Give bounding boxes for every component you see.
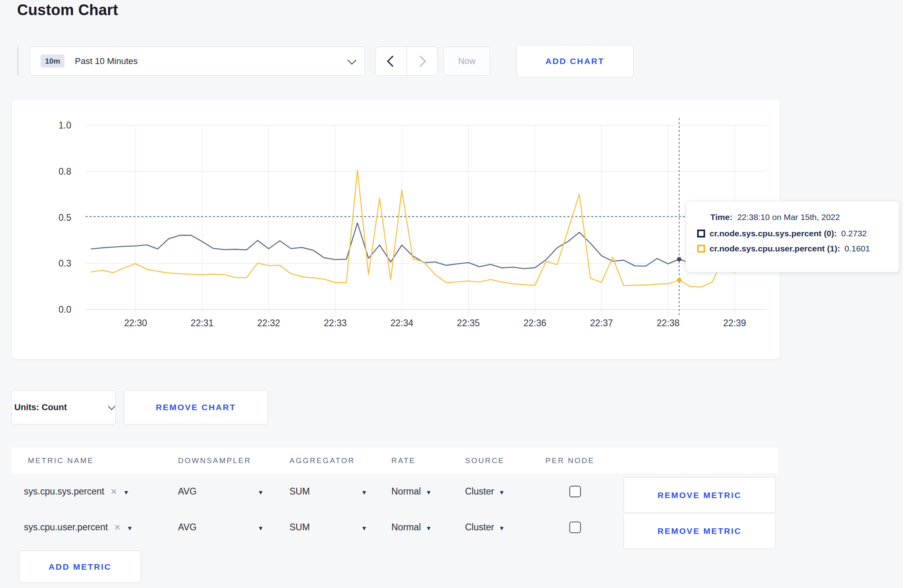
rate-value: Normal [391,522,421,533]
chevron-left-icon [387,55,398,66]
svg-text:1.0: 1.0 [59,120,71,130]
svg-text:0.8: 0.8 [59,166,71,177]
svg-text:22:31: 22:31 [191,318,214,328]
metrics-table: METRIC NAME DOWNSAMPLER AGGREGATOR RATE … [12,448,778,545]
tooltip-series-value: 0.1601 [844,244,870,253]
caret-down-icon [499,486,505,497]
caret-down-icon [499,522,505,533]
caret-down-icon [361,522,367,533]
svg-text:22:35: 22:35 [457,318,480,328]
now-button[interactable]: Now [444,47,490,76]
per-node-cell [545,486,624,497]
tooltip-series-label: cr.node.sys.cpu.user.percent (1): [710,244,840,253]
time-window-badge: 10m [41,55,64,68]
chevron-down-icon [108,403,115,410]
svg-text:22:34: 22:34 [390,318,413,328]
downsampler-value: AVG [178,486,197,497]
units-select[interactable]: Units: Count [12,390,116,424]
metric-name-select[interactable]: sys.cpu.sys.percent [12,486,178,497]
prev-range-button[interactable] [376,47,407,75]
tooltip-series-value: 0.2732 [841,229,867,238]
svg-text:22:36: 22:36 [524,318,547,328]
source-value: Cluster [465,486,494,497]
svg-text:22:38: 22:38 [657,318,680,328]
caret-down-icon [258,522,264,533]
chevron-down-icon [348,55,357,64]
next-range-button[interactable] [407,47,438,75]
column-header: AGGREGATOR [289,456,391,465]
svg-text:22:37: 22:37 [590,318,613,328]
time-nav-group [375,47,438,76]
downsampler-value: AVG [178,522,197,533]
caret-down-icon [123,486,129,497]
aggregator-value: SUM [289,486,310,497]
svg-text:22:33: 22:33 [324,318,347,328]
add-metric-button[interactable]: ADD METRIC [19,551,141,583]
svg-text:0.0: 0.0 [59,304,71,315]
chevron-right-icon [415,55,426,66]
per-node-cell [545,522,624,533]
remove-metric-button[interactable]: REMOVE METRIC [624,513,776,549]
close-icon[interactable] [110,486,117,497]
svg-text:22:39: 22:39 [723,318,746,328]
remove-metric-button[interactable]: REMOVE METRIC [624,477,776,513]
rate-select[interactable]: Normal [391,522,465,533]
per-node-checkbox[interactable] [569,522,581,533]
per-node-checkbox[interactable] [569,486,581,497]
custom-chart-page: Custom Chart 10m Past 10 Minutes Now ADD… [0,0,903,588]
column-header: METRIC NAME [12,456,178,465]
source-select[interactable]: Cluster [465,486,545,497]
svg-text:22:30: 22:30 [124,318,147,328]
remove-chart-button[interactable]: REMOVE CHART [124,390,268,424]
tooltip-time-label: Time: [710,212,733,222]
svg-text:0.3: 0.3 [59,258,71,269]
page-title: Custom Chart [17,2,118,19]
caret-down-icon [426,486,432,497]
metric-name-select[interactable]: sys.cpu.user.percent [12,522,178,533]
time-window-select[interactable]: 10m Past 10 Minutes [30,47,365,76]
caret-down-icon [127,522,133,533]
chart-tooltip: Time: 22:38:10 on Mar 15th, 2022 cr.node… [686,201,899,273]
metric-name-value: sys.cpu.sys.percent [24,486,104,497]
caret-down-icon [361,486,367,497]
time-window-label: Past 10 Minutes [75,56,138,66]
metric-row: sys.cpu.sys.percent AVG SUM Normal Clust… [12,473,778,509]
column-header: RATE [391,456,465,465]
caret-down-icon [258,486,264,497]
series-swatch-icon [697,245,705,253]
downsampler-select[interactable]: AVG [178,522,264,533]
aggregator-value: SUM [289,522,310,533]
tooltip-time-value: 22:38:10 on Mar 15th, 2022 [737,212,840,222]
add-chart-button[interactable]: ADD CHART [516,45,633,77]
tooltip-series-row: cr.node.sys.cpu.user.percent (1): 0.1601 [697,244,891,253]
tooltip-series-label: cr.node.sys.cpu.sys.percent (0): [710,229,837,238]
column-header: DOWNSAMPLER [178,456,289,465]
rate-value: Normal [391,486,421,497]
remove-metric-cell: REMOVE METRIC [624,509,776,545]
caret-down-icon [426,522,432,533]
metric-name-value: sys.cpu.user.percent [24,522,108,533]
rate-select[interactable]: Normal [391,486,465,497]
downsampler-select[interactable]: AVG [178,486,264,497]
chart-svg[interactable]: 0.00.30.50.81.022:3022:3122:3222:3322:34… [12,99,780,360]
column-header: SOURCE [465,456,545,465]
tooltip-series-row: cr.node.sys.cpu.sys.percent (0): 0.2732 [697,229,891,238]
aggregator-select[interactable]: SUM [289,522,367,533]
close-icon[interactable] [114,522,121,533]
toolbar-divider [18,47,18,76]
series-swatch-icon [697,230,705,238]
column-header: PER NODE [545,456,624,465]
remove-metric-cell: REMOVE METRIC [624,473,776,509]
metrics-table-header: METRIC NAME DOWNSAMPLER AGGREGATOR RATE … [12,448,778,473]
aggregator-select[interactable]: SUM [289,486,367,497]
svg-text:0.5: 0.5 [59,212,71,223]
source-select[interactable]: Cluster [465,522,545,533]
tooltip-time-row: Time: 22:38:10 on Mar 15th, 2022 [710,212,891,222]
svg-text:22:32: 22:32 [257,318,280,328]
metric-row: sys.cpu.user.percent AVG SUM Normal Clus… [12,509,778,545]
units-label: Units: Count [14,402,67,413]
source-value: Cluster [465,522,494,533]
